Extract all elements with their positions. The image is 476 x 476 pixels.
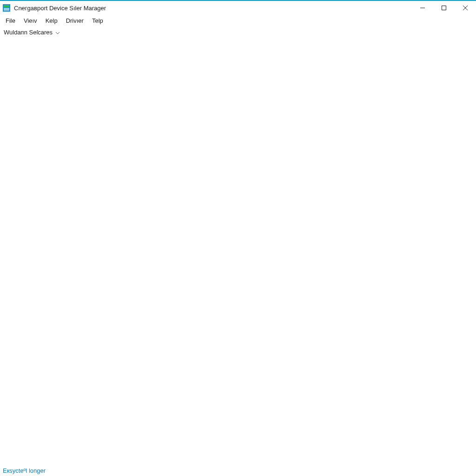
menu-view[interactable]: Vieıv: [20, 16, 41, 25]
svg-rect-4: [442, 6, 446, 10]
status-link[interactable]: Eкsyсteºl longer: [3, 467, 46, 474]
maximize-icon: [442, 6, 446, 10]
statusbar: Eкsyсteºl longer: [0, 465, 476, 476]
app-window: Cnегgaвport Device Sıler Marager: [0, 0, 476, 476]
titlebar: Cnегgaвport Device Sıler Marager: [0, 1, 476, 15]
menu-driver[interactable]: Drivıer: [62, 16, 87, 25]
menu-file[interactable]: File: [2, 16, 19, 25]
menu-telp[interactable]: Telp: [88, 16, 107, 25]
menubar: File Vieıv Kelp Drivıer Telp: [0, 15, 476, 26]
menu-kelp[interactable]: Kelp: [42, 16, 61, 25]
window-controls: [412, 1, 476, 15]
close-button[interactable]: [455, 1, 476, 15]
svg-rect-1: [4, 5, 9, 7]
content-area: [0, 38, 476, 465]
window-title: Cnегgaвport Device Sıler Marager: [14, 5, 106, 12]
minimize-icon: [420, 6, 425, 10]
app-icon: [3, 4, 10, 12]
svg-line-5: [463, 6, 468, 10]
close-icon: [463, 6, 468, 10]
toolbar: Wuldaпn Seſcares: [0, 26, 476, 38]
svg-line-6: [463, 6, 468, 10]
device-dropdown-label: Wuldaпn Seſcares: [4, 29, 53, 36]
device-dropdown[interactable]: Wuldaпn Seſcares: [2, 28, 62, 37]
maximize-button[interactable]: [433, 1, 455, 15]
minimize-button[interactable]: [412, 1, 433, 15]
svg-rect-2: [4, 8, 9, 11]
chevron-down-icon: [55, 29, 60, 36]
